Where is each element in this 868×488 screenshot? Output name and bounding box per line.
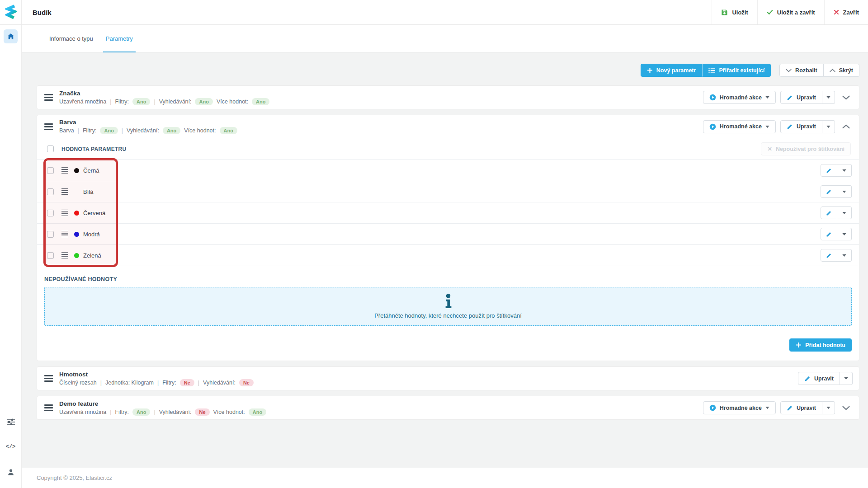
value-dropdown-button[interactable] — [837, 185, 852, 198]
edit-label: Upravit — [814, 375, 834, 382]
value-dropdown-button[interactable] — [837, 228, 852, 240]
app-logo[interactable] — [0, 0, 22, 24]
edit-button[interactable]: Upravit — [780, 91, 822, 104]
drag-handle-icon[interactable] — [44, 94, 53, 101]
meta-text: Jednotka: Kilogram — [105, 380, 154, 386]
parameter-value-row: Červená — [37, 202, 859, 223]
edit-value-button[interactable] — [821, 185, 837, 198]
assign-existing-button[interactable]: Přiřadit existující — [702, 64, 771, 77]
edit-split-button: Upravit — [780, 91, 835, 104]
settings-sliders-button[interactable] — [5, 416, 17, 427]
edit-label: Upravit — [797, 94, 816, 101]
value-dropdown-button[interactable] — [837, 249, 852, 262]
tab-informace-o-typu[interactable]: Informace o typu — [43, 25, 99, 52]
parameter-value-row: Bílá — [37, 181, 859, 202]
meta-badge: Ne — [239, 379, 254, 386]
page-title: Budík — [22, 0, 52, 24]
edit-value-button[interactable] — [821, 228, 837, 240]
value-checkbox[interactable] — [47, 252, 54, 259]
value-label: Červená — [83, 210, 105, 216]
meta-separator: | — [154, 99, 155, 105]
meta-label: Filtry: — [115, 409, 129, 415]
meta-badge: Ne — [180, 379, 194, 386]
pencil-icon — [787, 123, 793, 130]
parameter-header: Značka Uzavřená množina|Filtry:Ano|Vyhle… — [37, 86, 859, 109]
user-icon — [7, 469, 14, 476]
expand-all-button[interactable]: Rozbalit — [779, 64, 824, 77]
drag-handle-icon[interactable] — [61, 231, 68, 238]
header-actions: Uložit Uložit a zavřít Zavřít — [712, 0, 868, 24]
plus-icon — [796, 342, 802, 348]
close-button[interactable]: Zavřít — [824, 0, 868, 24]
meta-badge: Ano — [249, 408, 266, 416]
drag-handle-icon[interactable] — [61, 188, 68, 195]
values-header-label: HODNOTA PARAMETRU — [61, 146, 127, 152]
value-actions — [821, 185, 852, 198]
meta-label: Vyhledávání: — [159, 409, 192, 415]
expand-parameter-button[interactable] — [840, 94, 853, 102]
caret-down-icon — [826, 96, 830, 99]
copyright-text: Copyright © 2025, Elasticr.cz — [37, 474, 112, 481]
edit-dropdown-button[interactable] — [822, 401, 835, 414]
parameter-name: Barva — [59, 119, 237, 126]
bulk-actions-label: Hromadné akce — [720, 94, 762, 101]
edit-button[interactable]: Upravit — [798, 372, 840, 385]
caret-down-icon — [842, 169, 846, 172]
collapse-all-button[interactable]: Skrýt — [824, 64, 859, 77]
save-button[interactable]: Uložit — [712, 0, 757, 24]
value-checkbox[interactable] — [47, 210, 54, 216]
drag-handle-icon[interactable] — [44, 123, 53, 130]
save-and-close-button[interactable]: Uložit a zavřít — [757, 0, 824, 24]
user-profile-button[interactable] — [5, 466, 17, 478]
drag-handle-icon[interactable] — [44, 375, 53, 382]
value-checkbox[interactable] — [47, 231, 54, 238]
add-value-label: Přidat hodnotu — [805, 342, 845, 348]
save-label: Uložit — [732, 9, 748, 16]
expand-parameter-button[interactable] — [840, 404, 853, 412]
edit-dropdown-button[interactable] — [822, 91, 835, 104]
meta-label: Filtry: — [83, 127, 97, 134]
meta-separator: | — [100, 380, 102, 386]
edit-dropdown-button[interactable] — [840, 372, 853, 385]
value-label: Černá — [83, 167, 99, 174]
parameter-value-row: Černá — [37, 160, 859, 181]
drag-handle-icon[interactable] — [61, 252, 68, 259]
collapse-parameter-button[interactable] — [840, 122, 853, 131]
bulk-actions-button[interactable]: Hromadné akce — [703, 401, 776, 414]
edit-button[interactable]: Upravit — [780, 401, 822, 414]
bulk-actions-button[interactable]: Hromadné akce — [703, 91, 776, 104]
edit-value-button[interactable] — [821, 249, 837, 262]
developer-code-button[interactable]: </> — [5, 441, 17, 453]
new-parameter-button[interactable]: Nový parametr — [641, 64, 703, 77]
pencil-icon — [787, 94, 793, 101]
edit-value-button[interactable] — [821, 206, 837, 219]
meta-separator: | — [198, 380, 199, 386]
not-for-tagging-label: Nepoužívat pro štítkování — [776, 146, 844, 152]
edit-button[interactable]: Upravit — [780, 120, 822, 133]
drag-handle-icon[interactable] — [61, 210, 68, 216]
add-value-button[interactable]: Přidat hodnotu — [789, 338, 852, 352]
select-all-checkbox[interactable] — [47, 145, 54, 152]
bulk-actions-button[interactable]: Hromadné akce — [703, 120, 776, 133]
sidebar-home-button[interactable] — [4, 29, 18, 43]
not-for-tagging-button[interactable]: ✕ Nepoužívat pro štítkování — [761, 142, 851, 155]
value-checkbox[interactable] — [47, 188, 54, 195]
edit-value-button[interactable] — [821, 164, 837, 177]
value-checkbox[interactable] — [47, 167, 54, 174]
value-dropdown-button[interactable] — [837, 164, 852, 177]
caret-down-icon — [842, 191, 846, 193]
meta-badge: Ne — [195, 408, 209, 416]
meta-text: Uzavřená množina — [59, 409, 106, 415]
page-footer: Copyright © 2025, Elasticr.cz — [22, 468, 868, 488]
parameter-header: Barva Barva|Filtry:Ano|Vyhledávání:AnoVí… — [37, 115, 859, 138]
drag-handle-icon[interactable] — [44, 404, 53, 411]
value-color-dot — [74, 253, 79, 258]
meta-badge: Ano — [252, 98, 269, 105]
parameter-meta: Uzavřená množina|Filtry:Ano|Vyhledávání:… — [59, 408, 266, 416]
tab-parametry[interactable]: Parametry — [99, 25, 139, 52]
play-circle-icon — [709, 94, 716, 101]
value-dropdown-button[interactable] — [837, 206, 852, 219]
unused-values-dropzone[interactable]: Přetáhněte hodnoty, které nechcete použí… — [44, 287, 852, 326]
edit-dropdown-button[interactable] — [822, 120, 835, 133]
drag-handle-icon[interactable] — [61, 167, 68, 174]
